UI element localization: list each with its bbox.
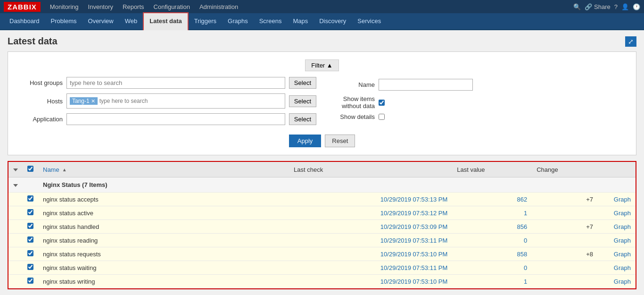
select-all-checkbox[interactable] <box>27 166 33 172</box>
graph-link[interactable]: Graph <box>614 223 631 230</box>
row-check-cell <box>23 275 38 288</box>
th-change: Change <box>532 162 598 177</box>
tab-problems[interactable]: Problems <box>45 13 83 30</box>
reset-button[interactable]: Reset <box>325 135 355 147</box>
apply-button[interactable]: Apply <box>289 135 322 147</box>
row-name: nginx status handled <box>38 220 289 234</box>
row-lastcheck: 10/29/2019 07:53:10 PM <box>289 247 452 261</box>
tab-latest-data[interactable]: Latest data <box>143 12 189 30</box>
row-lastvalue: 1 <box>452 206 532 220</box>
host-groups-input[interactable] <box>66 77 285 89</box>
graph-link[interactable]: Graph <box>614 210 631 217</box>
graph-link[interactable]: Graph <box>614 278 631 285</box>
row-name: nginx status waiting <box>38 261 289 275</box>
page-title-row: Latest data ⤢ <box>8 36 636 47</box>
row-lastvalue: 1 <box>452 275 532 288</box>
row-check-cell <box>23 220 38 234</box>
group-name-cell: Nginx Status (7 Items) <box>38 177 636 193</box>
th-expand <box>8 162 23 177</box>
expand-button[interactable]: ⤢ <box>625 36 636 47</box>
hosts-input-wrapper[interactable]: Tang-1 ✕ <box>66 93 285 109</box>
show-details-checkbox[interactable] <box>379 114 385 120</box>
th-lastcheck[interactable]: Last check <box>289 162 452 177</box>
show-items-checkbox[interactable] <box>379 100 385 106</box>
row-checkbox[interactable] <box>27 236 33 243</box>
row-name: nginx status accepts <box>38 193 289 206</box>
tab-screens[interactable]: Screens <box>254 13 288 30</box>
row-checkbox[interactable] <box>27 195 33 202</box>
row-check-cell <box>23 247 38 261</box>
row-expand-cell <box>8 261 23 275</box>
row-lastvalue: 0 <box>452 234 532 247</box>
row-lastcheck: 10/29/2019 07:53:10 PM <box>289 275 452 288</box>
host-groups-select-button[interactable]: Select <box>289 77 316 89</box>
search-icon[interactable]: 🔍 <box>573 3 581 10</box>
application-input[interactable] <box>66 113 285 125</box>
hosts-search-input[interactable] <box>99 98 282 104</box>
application-select-button[interactable]: Select <box>289 113 316 125</box>
row-expand-cell <box>8 247 23 261</box>
row-change: +7 <box>532 193 598 206</box>
clock-icon: 🕐 <box>633 3 640 10</box>
nav-configuration[interactable]: Configuration <box>150 1 194 12</box>
top-nav-right: 🔍 🔗 Share ? 👤 🕐 <box>573 3 640 10</box>
tab-maps[interactable]: Maps <box>287 13 314 30</box>
filter-row-hosts: Hosts Tang-1 ✕ Select <box>16 93 316 109</box>
row-change <box>532 261 598 275</box>
tab-triggers[interactable]: Triggers <box>189 13 222 30</box>
row-lastvalue: 856 <box>452 220 532 234</box>
row-checkbox[interactable] <box>27 264 33 270</box>
row-check-cell <box>23 261 38 275</box>
graph-link[interactable]: Graph <box>614 196 631 203</box>
tab-overview[interactable]: Overview <box>83 13 119 30</box>
hosts-label: Hosts <box>16 98 63 105</box>
filter-body: Host groups Select Hosts Tang-1 ✕ Select <box>16 77 628 130</box>
lastcheck-label: Last check <box>294 166 323 173</box>
row-name: nginx status active <box>38 206 289 220</box>
sort-arrow-icon: ▲ <box>62 167 67 172</box>
tab-graphs[interactable]: Graphs <box>222 13 254 30</box>
tab-services[interactable]: Services <box>352 13 387 30</box>
table-row: nginx status accepts 10/29/2019 07:53:13… <box>8 193 636 206</box>
nav-administration[interactable]: Administration <box>196 1 242 12</box>
tab-discovery[interactable]: Discovery <box>314 13 352 30</box>
help-icon[interactable]: ? <box>614 3 618 10</box>
table-row: nginx status waiting 10/29/2019 07:53:11… <box>8 261 636 275</box>
table-body: Nginx Status (7 Items) nginx status acce… <box>8 177 636 288</box>
row-lastcheck: 10/29/2019 07:53:12 PM <box>289 206 452 220</box>
nav-reports[interactable]: Reports <box>119 1 148 12</box>
lastvalue-label: Last value <box>457 166 485 173</box>
row-graph: Graph <box>598 234 636 247</box>
row-graph: Graph <box>598 193 636 206</box>
name-sort-label: Name <box>43 166 59 173</box>
group-header-row: Nginx Status (7 Items) <box>8 177 636 193</box>
tab-dashboard[interactable]: Dashboard <box>4 13 45 30</box>
row-checkbox[interactable] <box>27 250 33 256</box>
group-expand-icon[interactable] <box>13 184 18 187</box>
filter-toggle-button[interactable]: Filter ▲ <box>305 59 339 71</box>
row-expand-cell <box>8 275 23 288</box>
logo[interactable]: ZABBIX <box>4 2 41 12</box>
name-label: Name <box>328 81 375 88</box>
name-input[interactable] <box>379 79 473 91</box>
th-name[interactable]: Name ▲ <box>38 162 289 177</box>
row-change <box>532 275 598 288</box>
row-checkbox[interactable] <box>27 209 33 215</box>
group-expand-cell <box>8 177 23 193</box>
row-check-cell <box>23 206 38 220</box>
th-graph <box>598 162 636 177</box>
host-tag-remove[interactable]: ✕ <box>91 98 95 104</box>
row-checkbox[interactable] <box>27 223 33 229</box>
row-lastvalue: 0 <box>452 261 532 275</box>
graph-link[interactable]: Graph <box>614 237 631 244</box>
row-checkbox[interactable] <box>27 278 33 284</box>
tab-web[interactable]: Web <box>119 13 143 30</box>
filter-row-name: Name <box>328 79 628 91</box>
nav-inventory[interactable]: Inventory <box>84 1 117 12</box>
hosts-select-button[interactable]: Select <box>289 95 316 107</box>
expand-all-icon[interactable] <box>13 169 18 171</box>
user-icon[interactable]: 👤 <box>621 3 629 10</box>
graph-link[interactable]: Graph <box>614 251 631 258</box>
nav-monitoring[interactable]: Monitoring <box>46 1 83 12</box>
graph-link[interactable]: Graph <box>614 264 631 271</box>
